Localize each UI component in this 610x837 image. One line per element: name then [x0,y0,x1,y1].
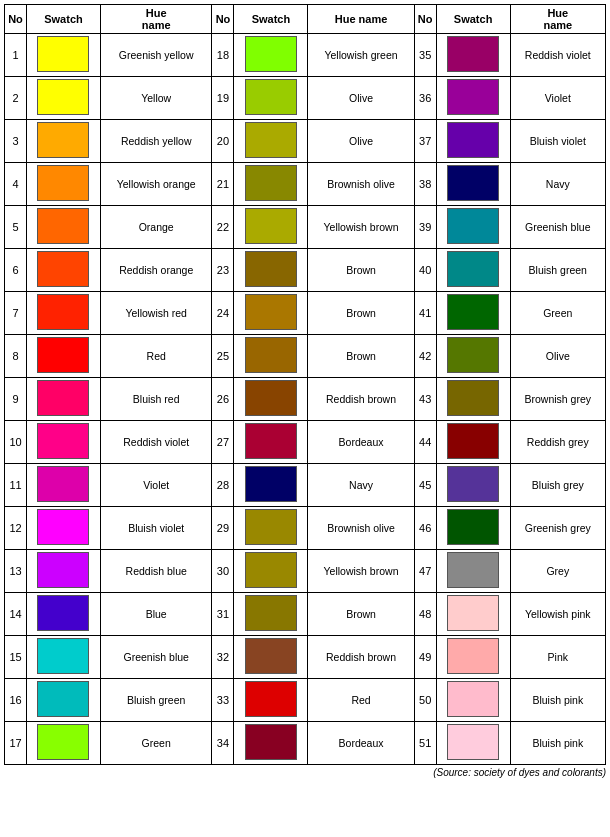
row-0-col-1-hue-name: Yellowish green [308,34,414,77]
row-9-col-1-no: 27 [212,421,234,464]
row-5-col-1-swatch [234,249,308,292]
row-1-col-2-hue-name: Violet [510,77,605,120]
header-no-3: No [414,5,436,34]
row-2-col-0-swatch [27,120,101,163]
row-3-col-0-hue-name: Yellowish orange [100,163,212,206]
row-1-col-1-hue-name: Olive [308,77,414,120]
row-12-col-0-swatch [27,550,101,593]
row-16-col-2-swatch [436,722,510,765]
row-0-col-1-swatch [234,34,308,77]
row-11-col-2-hue-name: Greenish grey [510,507,605,550]
header-no-1: No [5,5,27,34]
row-3-col-2-swatch [436,163,510,206]
row-6-col-2-hue-name: Green [510,292,605,335]
row-2-col-1-swatch [234,120,308,163]
row-3-col-1-no: 21 [212,163,234,206]
row-10-col-1-hue-name: Navy [308,464,414,507]
row-12-col-1-hue-name: Yellowish brown [308,550,414,593]
row-14-col-2-swatch [436,636,510,679]
row-2-col-1-no: 20 [212,120,234,163]
row-1-col-0-no: 2 [5,77,27,120]
row-16-col-2-no: 51 [414,722,436,765]
row-4-col-2-hue-name: Greenish blue [510,206,605,249]
row-8-col-2-swatch [436,378,510,421]
row-12-col-1-no: 30 [212,550,234,593]
row-14-col-2-no: 49 [414,636,436,679]
row-7-col-0-hue-name: Red [100,335,212,378]
row-9-col-0-no: 10 [5,421,27,464]
row-0-col-0-hue-name: Greenish yellow [100,34,212,77]
row-8-col-0-hue-name: Bluish red [100,378,212,421]
row-10-col-2-no: 45 [414,464,436,507]
header-swatch-3: Swatch [436,5,510,34]
header-swatch-2: Swatch [234,5,308,34]
row-15-col-0-hue-name: Bluish green [100,679,212,722]
row-8-col-1-no: 26 [212,378,234,421]
row-13-col-2-hue-name: Yellowish pink [510,593,605,636]
row-9-col-2-no: 44 [414,421,436,464]
row-4-col-0-swatch [27,206,101,249]
row-10-col-1-no: 28 [212,464,234,507]
row-9-col-2-swatch [436,421,510,464]
row-15-col-0-swatch [27,679,101,722]
row-7-col-1-hue-name: Brown [308,335,414,378]
row-13-col-1-no: 31 [212,593,234,636]
row-16-col-1-no: 34 [212,722,234,765]
header-swatch-1: Swatch [27,5,101,34]
row-8-col-0-swatch [27,378,101,421]
row-16-col-2-hue-name: Bluish pink [510,722,605,765]
row-14-col-1-no: 32 [212,636,234,679]
header-hue-1: Huename [100,5,212,34]
row-14-col-2-hue-name: Pink [510,636,605,679]
row-0-col-2-hue-name: Reddish violet [510,34,605,77]
row-6-col-0-hue-name: Yellowish red [100,292,212,335]
row-2-col-2-hue-name: Bluish violet [510,120,605,163]
row-10-col-0-no: 11 [5,464,27,507]
row-3-col-0-swatch [27,163,101,206]
row-13-col-1-swatch [234,593,308,636]
row-8-col-2-no: 43 [414,378,436,421]
row-1-col-0-hue-name: Yellow [100,77,212,120]
row-11-col-1-no: 29 [212,507,234,550]
row-13-col-2-swatch [436,593,510,636]
row-15-col-2-swatch [436,679,510,722]
row-8-col-2-hue-name: Brownish grey [510,378,605,421]
row-13-col-0-hue-name: Blue [100,593,212,636]
row-3-col-1-swatch [234,163,308,206]
row-15-col-0-no: 16 [5,679,27,722]
row-11-col-1-swatch [234,507,308,550]
row-13-col-0-no: 14 [5,593,27,636]
row-13-col-2-no: 48 [414,593,436,636]
row-5-col-1-no: 23 [212,249,234,292]
row-6-col-1-swatch [234,292,308,335]
row-15-col-1-hue-name: Red [308,679,414,722]
row-3-col-2-no: 38 [414,163,436,206]
row-13-col-1-hue-name: Brown [308,593,414,636]
row-12-col-0-hue-name: Reddish blue [100,550,212,593]
row-15-col-2-hue-name: Bluish pink [510,679,605,722]
row-11-col-0-hue-name: Bluish violet [100,507,212,550]
row-5-col-2-no: 40 [414,249,436,292]
row-2-col-0-hue-name: Reddish yellow [100,120,212,163]
row-2-col-1-hue-name: Olive [308,120,414,163]
row-12-col-2-swatch [436,550,510,593]
row-5-col-0-no: 6 [5,249,27,292]
row-7-col-0-no: 8 [5,335,27,378]
row-7-col-2-swatch [436,335,510,378]
row-10-col-0-hue-name: Violet [100,464,212,507]
header-hue-3: Huename [510,5,605,34]
row-2-col-0-no: 3 [5,120,27,163]
row-9-col-2-hue-name: Reddish grey [510,421,605,464]
row-14-col-1-swatch [234,636,308,679]
row-11-col-0-no: 12 [5,507,27,550]
row-16-col-1-hue-name: Bordeaux [308,722,414,765]
row-3-col-0-no: 4 [5,163,27,206]
row-9-col-1-hue-name: Bordeaux [308,421,414,464]
row-14-col-0-swatch [27,636,101,679]
row-3-col-2-hue-name: Navy [510,163,605,206]
row-4-col-1-swatch [234,206,308,249]
row-15-col-1-swatch [234,679,308,722]
row-5-col-0-hue-name: Reddish orange [100,249,212,292]
row-6-col-1-no: 24 [212,292,234,335]
row-6-col-0-no: 7 [5,292,27,335]
